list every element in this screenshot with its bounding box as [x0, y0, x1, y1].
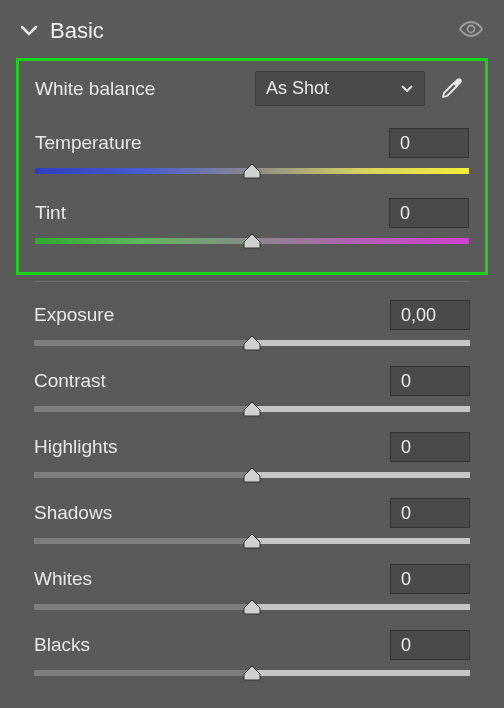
blacks-row: Blacks 0 [34, 630, 470, 682]
exposure-row: Exposure 0,00 [34, 300, 470, 352]
svg-point-0 [468, 25, 475, 32]
highlights-row: Highlights 0 [34, 432, 470, 484]
white-balance-row: White balance As Shot [35, 71, 469, 106]
select-chevron-icon [400, 78, 414, 99]
tint-value-input[interactable]: 0 [389, 198, 469, 228]
contrast-label: Contrast [34, 370, 106, 392]
shadows-row: Shadows 0 [34, 498, 470, 550]
white-balance-group-highlight: White balance As Shot Temperature 0 [16, 58, 488, 275]
blacks-slider-handle[interactable] [242, 665, 262, 681]
highlights-value-input[interactable]: 0 [390, 432, 470, 462]
whites-row: Whites 0 [34, 564, 470, 616]
white-balance-select[interactable]: As Shot [255, 71, 425, 106]
tint-slider[interactable] [35, 232, 469, 250]
exposure-value-input[interactable]: 0,00 [390, 300, 470, 330]
white-balance-selected: As Shot [266, 78, 329, 99]
blacks-value-input[interactable]: 0 [390, 630, 470, 660]
blacks-slider[interactable] [34, 664, 470, 682]
whites-slider-handle[interactable] [242, 599, 262, 615]
chevron-down-icon [20, 25, 38, 37]
tint-label: Tint [35, 202, 66, 224]
whites-slider[interactable] [34, 598, 470, 616]
exposure-slider-handle[interactable] [242, 335, 262, 351]
contrast-slider-handle[interactable] [242, 401, 262, 417]
highlights-slider[interactable] [34, 466, 470, 484]
shadows-value-input[interactable]: 0 [390, 498, 470, 528]
contrast-slider[interactable] [34, 400, 470, 418]
whites-value-input[interactable]: 0 [390, 564, 470, 594]
exposure-label: Exposure [34, 304, 114, 326]
white-balance-label: White balance [35, 78, 245, 100]
temperature-slider-handle[interactable] [242, 163, 262, 179]
contrast-value-input[interactable]: 0 [390, 366, 470, 396]
highlights-slider-handle[interactable] [242, 467, 262, 483]
visibility-eye-icon[interactable] [458, 20, 484, 43]
shadows-label: Shadows [34, 502, 112, 524]
basic-panel: Basic White balance As Shot T [0, 0, 504, 682]
temperature-value-input[interactable]: 0 [389, 128, 469, 158]
section-divider [34, 281, 470, 282]
exposure-slider[interactable] [34, 334, 470, 352]
shadows-slider-handle[interactable] [242, 533, 262, 549]
tint-row: Tint 0 [35, 198, 469, 250]
highlights-label: Highlights [34, 436, 117, 458]
temperature-row: Temperature 0 [35, 128, 469, 180]
shadows-slider[interactable] [34, 532, 470, 550]
eyedropper-button[interactable] [435, 72, 469, 106]
whites-label: Whites [34, 568, 92, 590]
panel-header-left[interactable]: Basic [20, 18, 104, 44]
panel-header: Basic [20, 18, 484, 44]
tone-section: Exposure 0,00 Contrast 0 [20, 292, 484, 682]
temperature-slider[interactable] [35, 162, 469, 180]
contrast-row: Contrast 0 [34, 366, 470, 418]
panel-title: Basic [50, 18, 104, 44]
temperature-label: Temperature [35, 132, 142, 154]
tint-slider-handle[interactable] [242, 233, 262, 249]
blacks-label: Blacks [34, 634, 90, 656]
